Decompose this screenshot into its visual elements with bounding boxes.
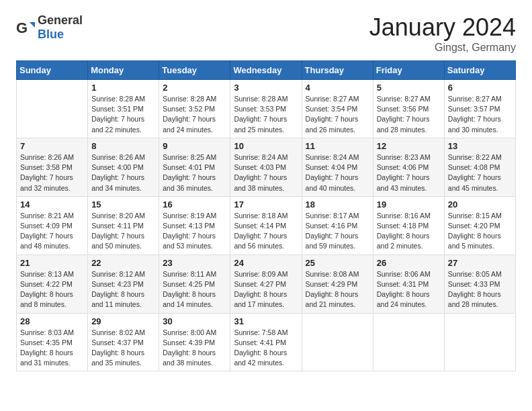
day-number: 30 (163, 316, 226, 326)
weekday-header-row: SundayMondayTuesdayWednesdayThursdayFrid… (17, 61, 516, 80)
calendar-body: 1Sunrise: 8:28 AMSunset: 3:51 PMDaylight… (17, 80, 516, 371)
calendar-cell (302, 313, 373, 371)
day-number: 19 (377, 199, 441, 210)
day-number: 9 (163, 141, 226, 151)
day-number: 10 (234, 141, 298, 151)
calendar-cell (17, 80, 88, 138)
calendar-cell: 16Sunrise: 8:19 AMSunset: 4:13 PMDayligh… (159, 196, 230, 255)
calendar-cell: 23Sunrise: 8:11 AMSunset: 4:25 PMDayligh… (159, 255, 230, 313)
day-info: Sunrise: 8:18 AMSunset: 4:14 PMDaylight:… (234, 211, 298, 252)
logo-blue-text: Blue (38, 28, 64, 41)
day-info: Sunrise: 8:12 AMSunset: 4:23 PMDaylight:… (91, 269, 155, 310)
calendar-cell: 11Sunrise: 8:24 AMSunset: 4:04 PMDayligh… (302, 138, 373, 196)
day-number: 7 (20, 141, 84, 151)
day-number: 18 (306, 199, 369, 210)
calendar-cell: 6Sunrise: 8:27 AMSunset: 3:57 PMDaylight… (444, 80, 515, 138)
calendar-cell: 28Sunrise: 8:03 AMSunset: 4:35 PMDayligh… (17, 313, 88, 371)
day-number: 29 (91, 316, 155, 326)
day-number: 22 (91, 258, 155, 268)
day-info: Sunrise: 8:03 AMSunset: 4:35 PMDaylight:… (20, 328, 84, 369)
day-number: 20 (448, 199, 512, 210)
calendar-cell: 15Sunrise: 8:20 AMSunset: 4:11 PMDayligh… (88, 196, 159, 255)
day-info: Sunrise: 8:28 AMSunset: 3:51 PMDaylight:… (91, 94, 155, 135)
day-number: 11 (306, 141, 369, 151)
svg-text:G: G (16, 19, 28, 36)
day-info: Sunrise: 8:26 AMSunset: 3:58 PMDaylight:… (20, 152, 84, 193)
day-info: Sunrise: 8:08 AMSunset: 4:29 PMDaylight:… (306, 269, 369, 310)
day-number: 17 (234, 199, 298, 210)
day-info: Sunrise: 8:15 AMSunset: 4:20 PMDaylight:… (448, 211, 512, 252)
calendar-cell: 7Sunrise: 8:26 AMSunset: 3:58 PMDaylight… (17, 138, 88, 196)
day-number: 4 (306, 83, 369, 93)
day-number: 2 (163, 83, 226, 93)
header: G General Blue January 2024 Gingst, Germ… (16, 13, 516, 54)
day-info: Sunrise: 8:24 AMSunset: 4:04 PMDaylight:… (306, 152, 369, 193)
calendar-cell: 4Sunrise: 8:27 AMSunset: 3:54 PMDaylight… (302, 80, 373, 138)
location-subtitle: Gingst, Germany (369, 42, 516, 54)
day-number: 5 (377, 83, 441, 93)
logo: G General Blue (16, 13, 83, 42)
weekday-header-cell: Friday (373, 61, 444, 80)
calendar-cell: 26Sunrise: 8:06 AMSunset: 4:31 PMDayligh… (373, 255, 444, 313)
day-info: Sunrise: 8:06 AMSunset: 4:31 PMDaylight:… (377, 269, 441, 310)
day-number: 28 (20, 316, 84, 326)
calendar-week-row: 7Sunrise: 8:26 AMSunset: 3:58 PMDaylight… (17, 138, 516, 196)
day-number: 26 (377, 258, 441, 268)
day-number: 16 (163, 199, 226, 210)
calendar-cell: 13Sunrise: 8:22 AMSunset: 4:08 PMDayligh… (444, 138, 515, 196)
day-info: Sunrise: 8:27 AMSunset: 3:54 PMDaylight:… (306, 94, 369, 135)
calendar-cell: 2Sunrise: 8:28 AMSunset: 3:52 PMDaylight… (159, 80, 230, 138)
day-info: Sunrise: 8:20 AMSunset: 4:11 PMDaylight:… (91, 211, 155, 252)
calendar-cell: 12Sunrise: 8:23 AMSunset: 4:06 PMDayligh… (373, 138, 444, 196)
calendar-cell: 22Sunrise: 8:12 AMSunset: 4:23 PMDayligh… (88, 255, 159, 313)
calendar-cell: 3Sunrise: 8:28 AMSunset: 3:53 PMDaylight… (230, 80, 302, 138)
calendar-cell: 10Sunrise: 8:24 AMSunset: 4:03 PMDayligh… (230, 138, 302, 196)
calendar-cell: 14Sunrise: 8:21 AMSunset: 4:09 PMDayligh… (17, 196, 88, 255)
day-number: 3 (234, 83, 298, 93)
calendar-cell: 29Sunrise: 8:02 AMSunset: 4:37 PMDayligh… (88, 313, 159, 371)
svg-marker-1 (30, 22, 35, 28)
day-info: Sunrise: 8:11 AMSunset: 4:25 PMDaylight:… (163, 269, 226, 310)
calendar-cell: 17Sunrise: 8:18 AMSunset: 4:14 PMDayligh… (230, 196, 302, 255)
calendar-table: SundayMondayTuesdayWednesdayThursdayFrid… (16, 60, 516, 371)
calendar-cell: 21Sunrise: 8:13 AMSunset: 4:22 PMDayligh… (17, 255, 88, 313)
day-number: 31 (234, 316, 298, 326)
day-info: Sunrise: 8:00 AMSunset: 4:39 PMDaylight:… (163, 328, 226, 369)
day-number: 6 (448, 83, 512, 93)
calendar-cell: 24Sunrise: 8:09 AMSunset: 4:27 PMDayligh… (230, 255, 302, 313)
day-info: Sunrise: 8:25 AMSunset: 4:01 PMDaylight:… (163, 152, 226, 193)
calendar-week-row: 14Sunrise: 8:21 AMSunset: 4:09 PMDayligh… (17, 196, 516, 255)
day-info: Sunrise: 8:13 AMSunset: 4:22 PMDaylight:… (20, 269, 84, 310)
day-info: Sunrise: 8:28 AMSunset: 3:53 PMDaylight:… (234, 94, 298, 135)
day-info: Sunrise: 7:58 AMSunset: 4:41 PMDaylight:… (234, 328, 298, 369)
day-number: 23 (163, 258, 226, 268)
calendar-week-row: 21Sunrise: 8:13 AMSunset: 4:22 PMDayligh… (17, 255, 516, 313)
calendar-cell: 18Sunrise: 8:17 AMSunset: 4:16 PMDayligh… (302, 196, 373, 255)
calendar-cell: 9Sunrise: 8:25 AMSunset: 4:01 PMDaylight… (159, 138, 230, 196)
month-title: January 2024 (369, 13, 516, 42)
day-number: 27 (448, 258, 512, 268)
calendar-cell: 30Sunrise: 8:00 AMSunset: 4:39 PMDayligh… (159, 313, 230, 371)
weekday-header-cell: Monday (88, 61, 159, 80)
day-info: Sunrise: 8:05 AMSunset: 4:33 PMDaylight:… (448, 269, 512, 310)
day-number: 8 (91, 141, 155, 151)
logo-icon: G (16, 18, 35, 37)
calendar-week-row: 1Sunrise: 8:28 AMSunset: 3:51 PMDaylight… (17, 80, 516, 138)
day-info: Sunrise: 8:22 AMSunset: 4:08 PMDaylight:… (448, 152, 512, 193)
day-info: Sunrise: 8:24 AMSunset: 4:03 PMDaylight:… (234, 152, 298, 193)
calendar-cell: 31Sunrise: 7:58 AMSunset: 4:41 PMDayligh… (230, 313, 302, 371)
day-info: Sunrise: 8:23 AMSunset: 4:06 PMDaylight:… (377, 152, 441, 193)
calendar-cell: 1Sunrise: 8:28 AMSunset: 3:51 PMDaylight… (88, 80, 159, 138)
weekday-header-cell: Thursday (302, 61, 373, 80)
logo-general-text: General (38, 13, 83, 27)
day-number: 25 (306, 258, 369, 268)
day-info: Sunrise: 8:27 AMSunset: 3:57 PMDaylight:… (448, 94, 512, 135)
day-number: 1 (91, 83, 155, 93)
day-info: Sunrise: 8:16 AMSunset: 4:18 PMDaylight:… (377, 211, 441, 252)
calendar-cell: 27Sunrise: 8:05 AMSunset: 4:33 PMDayligh… (444, 255, 515, 313)
day-number: 12 (377, 141, 441, 151)
day-number: 14 (20, 199, 84, 210)
weekday-header-cell: Sunday (17, 61, 88, 80)
day-number: 24 (234, 258, 298, 268)
calendar-cell (444, 313, 515, 371)
